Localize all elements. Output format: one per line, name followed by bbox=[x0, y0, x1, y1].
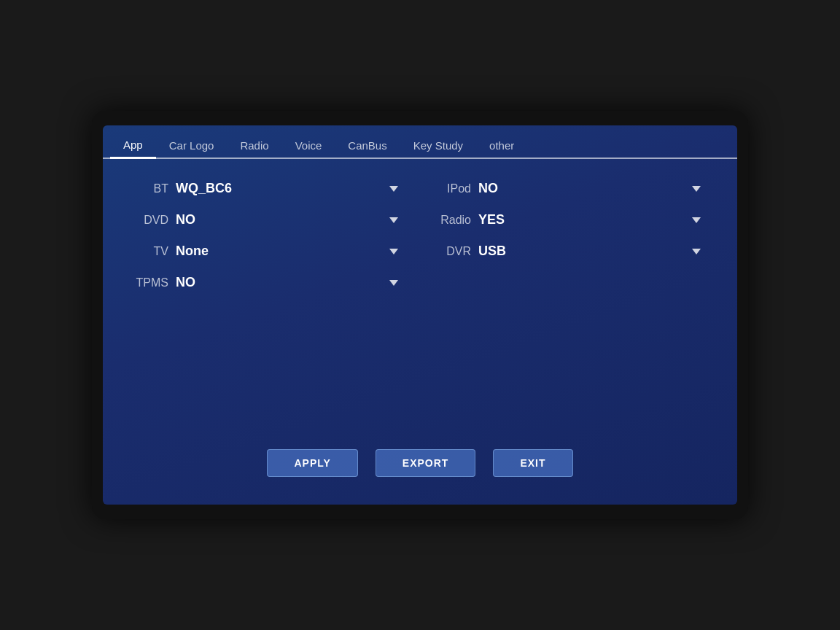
field-label-tv: TV bbox=[132, 245, 168, 258]
dropdown-arrow-dvr[interactable] bbox=[692, 249, 701, 254]
fields-grid: BTWQ_BC6DVDNOTVNoneTPMSNOIPodNORadioYESD… bbox=[132, 181, 708, 438]
field-value-tpms: NO bbox=[176, 275, 195, 290]
field-label-tpms: TPMS bbox=[132, 276, 168, 289]
tab-voice[interactable]: Voice bbox=[282, 133, 335, 159]
dropdown-arrow-tpms[interactable] bbox=[389, 280, 398, 286]
field-row-radio: RadioYES bbox=[435, 212, 708, 228]
field-row-tv: TVNone bbox=[132, 244, 405, 259]
field-value-radio: YES bbox=[478, 212, 505, 228]
field-label-dvd: DVD bbox=[132, 214, 168, 227]
field-row-tpms: TPMSNO bbox=[132, 275, 405, 290]
field-row-dvd: DVDNO bbox=[132, 212, 405, 228]
tab-other[interactable]: other bbox=[476, 133, 527, 159]
left-column: BTWQ_BC6DVDNOTVNoneTPMSNO bbox=[132, 181, 405, 438]
field-value-ipod: NO bbox=[478, 181, 498, 196]
apply-button[interactable]: APPLY bbox=[267, 449, 357, 477]
field-row-ipod: IPodNO bbox=[435, 181, 708, 196]
dropdown-arrow-bt[interactable] bbox=[389, 186, 398, 192]
field-label-radio: Radio bbox=[435, 214, 471, 227]
field-value-tv: None bbox=[176, 244, 209, 259]
field-row-bt: BTWQ_BC6 bbox=[132, 181, 405, 196]
export-button[interactable]: EXPORT bbox=[376, 449, 476, 477]
dropdown-arrow-tv[interactable] bbox=[389, 249, 398, 254]
button-bar: APPLYEXPORTEXIT bbox=[132, 438, 708, 490]
right-column: IPodNORadioYESDVRUSB bbox=[435, 181, 708, 438]
field-value-dvr: USB bbox=[478, 244, 506, 259]
field-value-dvd: NO bbox=[176, 212, 195, 228]
field-label-dvr: DVR bbox=[435, 245, 471, 258]
tab-app[interactable]: App bbox=[110, 133, 156, 159]
exit-button[interactable]: EXIT bbox=[493, 449, 572, 477]
tab-radio[interactable]: Radio bbox=[227, 133, 281, 159]
field-label-bt: BT bbox=[132, 182, 168, 195]
field-row-dvr: DVRUSB bbox=[435, 244, 708, 259]
field-label-ipod: IPod bbox=[435, 182, 471, 195]
device-frame: AppCar LogoRadioVoiceCanBusKey Studyothe… bbox=[92, 111, 748, 519]
dropdown-arrow-ipod[interactable] bbox=[692, 186, 701, 192]
tab-car-logo[interactable]: Car Logo bbox=[156, 133, 228, 159]
tab-canbus[interactable]: CanBus bbox=[335, 133, 400, 159]
tab-bar: AppCar LogoRadioVoiceCanBusKey Studyothe… bbox=[103, 125, 737, 159]
dropdown-arrow-radio[interactable] bbox=[692, 217, 701, 223]
field-value-bt: WQ_BC6 bbox=[176, 181, 232, 196]
dropdown-arrow-dvd[interactable] bbox=[389, 217, 398, 223]
tab-key-study[interactable]: Key Study bbox=[400, 133, 476, 159]
content-area: BTWQ_BC6DVDNOTVNoneTPMSNOIPodNORadioYESD… bbox=[103, 159, 737, 505]
screen: AppCar LogoRadioVoiceCanBusKey Studyothe… bbox=[103, 125, 737, 505]
